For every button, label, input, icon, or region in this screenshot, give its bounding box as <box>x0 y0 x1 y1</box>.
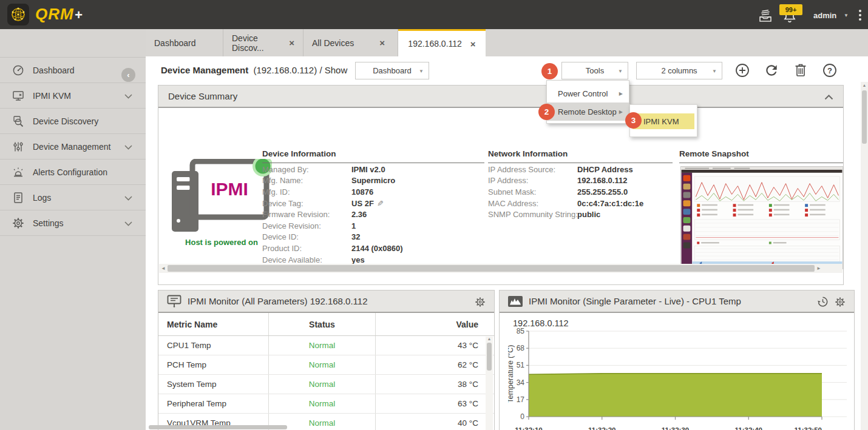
chart-panel-title: IPMI Monitor (Single Parameter - Live) -… <box>529 296 741 306</box>
info-value: 10876 <box>351 187 373 197</box>
device-information-title: Device Information <box>262 149 336 158</box>
summary-horizontal-scrollbar[interactable]: ◄ ► <box>159 264 843 273</box>
refresh-button[interactable] <box>764 62 779 78</box>
info-value: IPMI v2.0 <box>351 165 385 174</box>
help-button[interactable]: ? <box>822 62 838 78</box>
device-summary-body: IPMI Host is powered on Device Informati… <box>158 108 843 274</box>
table-row[interactable]: PCH Temp Normal 62 °C <box>158 355 494 375</box>
sidebar-item-logs[interactable]: Logs <box>0 185 146 210</box>
widget-settings-gear-icon[interactable] <box>475 297 486 307</box>
column-header-value[interactable]: Value <box>376 313 494 335</box>
sidebar-item-device-management[interactable]: Device Management <box>0 134 146 160</box>
info-label: Firmware Revision: <box>262 210 351 219</box>
x-tick-label: 11:32:40 <box>735 426 762 430</box>
tab-close-icon[interactable]: × <box>379 38 385 47</box>
qrm-logo-icon[interactable] <box>7 4 29 25</box>
jobs-queue-icon[interactable] <box>758 8 773 24</box>
app-logo[interactable]: QRM+ <box>35 5 83 24</box>
scroll-up-arrow-icon[interactable]: ▲ <box>486 337 493 341</box>
chevron-down-icon[interactable] <box>124 145 132 150</box>
tab-close-icon[interactable]: × <box>470 39 476 49</box>
page-title-rest: (192.168.0.112) / Show <box>253 65 347 75</box>
tab-device-192-168-0-112[interactable]: 192.168.0.112 × <box>398 29 486 56</box>
logs-document-icon <box>12 192 24 204</box>
menu-item-remote-desktop[interactable]: Remote Desktop ▶ <box>547 102 629 121</box>
sidebar-item-alerts-configuration[interactable]: Alerts Configuration <box>0 160 146 185</box>
info-label: Mfg. Name: <box>262 176 351 185</box>
metric-name-cell: PCH Temp <box>158 355 269 374</box>
svg-text:IPMI: IPMI <box>211 179 248 199</box>
tools-select[interactable]: Tools ▼ <box>561 62 628 79</box>
columns-select-value: 2 columns <box>661 66 697 75</box>
tab-close-icon[interactable]: × <box>289 38 294 47</box>
tab-label: Device Discov... <box>232 33 280 53</box>
discovery-search-icon <box>12 115 24 127</box>
sidebar-item-label: IPMI KVM <box>33 91 71 101</box>
tab-label: All Devices <box>312 38 354 48</box>
section-divider <box>262 163 484 163</box>
show-view-select[interactable]: Dashboard ▼ <box>355 62 429 79</box>
tab-dashboard[interactable]: Dashboard <box>146 29 223 56</box>
section-divider <box>488 163 673 163</box>
info-label: IP Address Source: <box>488 165 577 174</box>
chevron-down-icon[interactable] <box>124 221 132 226</box>
widget-settings-gear-icon[interactable] <box>835 297 846 307</box>
scrollbar-thumb[interactable] <box>168 265 815 272</box>
scroll-up-arrow-icon[interactable]: ▲ <box>861 83 868 87</box>
overflow-kebab-icon[interactable] <box>856 8 864 22</box>
user-menu-label[interactable]: admin <box>813 11 836 20</box>
sidebar-item-dashboard[interactable]: Dashboard <box>0 58 146 83</box>
collapse-chevron-up-icon[interactable] <box>824 95 833 100</box>
add-widget-button[interactable] <box>734 62 750 78</box>
annotation-step-3: 3 <box>625 112 642 129</box>
page-vertical-scrollbar[interactable]: ▲ <box>861 82 868 430</box>
info-row: MAC Address:0c:c4:7a:c1:dc:1e <box>488 198 643 209</box>
info-label: IP Address: <box>488 176 577 185</box>
column-header-metric-name[interactable]: Metric Name <box>158 313 269 335</box>
tab-device-discovery[interactable]: Device Discov... × <box>223 29 303 56</box>
info-label: Subnet Mask: <box>488 187 577 197</box>
device-summary-title: Device Summary <box>168 91 237 101</box>
annotation-step-2: 2 <box>538 104 555 120</box>
device-information-list: Managed By:IPMI v2.0 Mfg. Name:Supermicr… <box>262 164 403 265</box>
chevron-down-icon[interactable] <box>124 94 132 99</box>
live-chart-svg: 0173451688511:32:1011:32:2011:32:3011:32… <box>508 327 852 430</box>
logo-qrm-text: QRM <box>35 5 74 23</box>
table-row[interactable]: Peripheral Temp Normal 63 °C <box>158 394 494 414</box>
sidebar-item-device-discovery[interactable]: Device Discovery <box>0 109 146 134</box>
info-row: Subnet Mask:255.255.255.0 <box>488 186 643 198</box>
menu-item-power-control[interactable]: Power Control ▶ <box>547 84 629 102</box>
page-title: Device Management (192.168.0.112) / Show <box>161 65 347 75</box>
sidebar-item-settings[interactable]: Settings <box>0 210 146 236</box>
scroll-left-arrow-icon[interactable]: ◄ <box>159 266 168 271</box>
page-horizontal-scrollbar-thumb[interactable] <box>149 425 287 429</box>
sidebar-item-ipmi-kvm[interactable]: IPMI KVM <box>0 83 146 109</box>
power-status-text: Host is powered on <box>173 238 270 247</box>
value-cell: 63 °C <box>376 394 494 413</box>
scrollbar-thumb[interactable] <box>862 90 867 144</box>
columns-select[interactable]: 2 columns ▼ <box>636 62 722 79</box>
table-row[interactable]: CPU1 Temp Normal 43 °C <box>158 336 494 355</box>
edit-device-tag-icon[interactable]: ✎ <box>377 199 384 208</box>
remote-snapshot-thumbnail[interactable] <box>680 166 843 269</box>
table-row[interactable]: System Temp Normal 38 °C <box>158 375 494 394</box>
tab-all-devices[interactable]: All Devices × <box>303 29 398 56</box>
column-header-status[interactable]: Status <box>269 313 376 335</box>
scroll-right-arrow-icon[interactable]: ► <box>815 266 823 271</box>
status-cell: Normal <box>269 394 376 413</box>
left-sidebar: ‹ Dashboard IPMI KVM <box>0 29 146 430</box>
info-value: DHCP Address <box>577 165 633 174</box>
table-vertical-scrollbar[interactable]: ▲ <box>486 337 493 430</box>
page-title-bold: Device Management <box>161 65 248 75</box>
history-clock-icon[interactable] <box>817 296 829 307</box>
chevron-down-icon[interactable] <box>124 196 132 201</box>
show-view-select-value: Dashboard <box>373 66 412 75</box>
delete-trash-button[interactable] <box>793 62 809 78</box>
tab-label: Dashboard <box>154 38 196 48</box>
value-cell: 38 °C <box>376 375 494 394</box>
submenu-item-ipmi-kvm[interactable]: IPMI KVM <box>632 113 694 129</box>
device-summary-header[interactable]: Device Summary <box>158 86 843 108</box>
user-menu-caret-icon[interactable]: ▼ <box>844 13 849 18</box>
info-row: SNMP Community String:public <box>488 209 643 220</box>
scrollbar-thumb[interactable] <box>487 343 492 371</box>
